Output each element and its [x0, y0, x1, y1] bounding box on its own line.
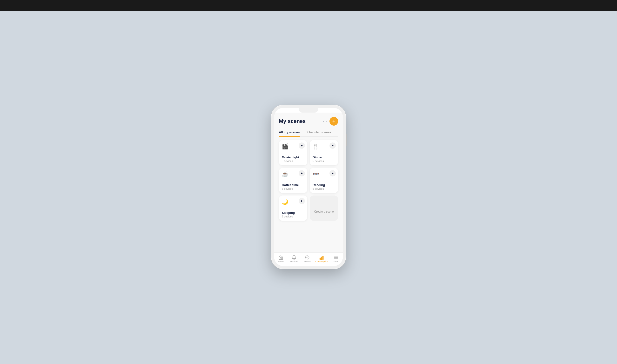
nav-consumption-label: Consumption	[316, 260, 328, 263]
tab-all-scenes[interactable]: All my scenes	[279, 129, 300, 136]
reading-name: Reading	[313, 183, 335, 187]
dinner-devices: 5 devices	[313, 160, 335, 162]
header-actions: ··· +	[323, 117, 338, 126]
create-scene-label: Create a scene	[314, 210, 334, 213]
sleeping-devices: 5 devices	[282, 215, 304, 218]
more-options-button[interactable]: ···	[323, 119, 327, 123]
nav-home[interactable]: Home	[275, 255, 286, 263]
svg-marker-2	[301, 172, 303, 174]
play-movie-night-button[interactable]	[299, 143, 305, 149]
add-scene-button[interactable]: +	[330, 117, 338, 126]
page-title: My scenes	[279, 118, 306, 124]
scenes-grid: 🎬 Movie night 5 devices 🍴 Dinner 5 devic…	[279, 140, 338, 224]
movie-night-devices: 5 devices	[282, 160, 304, 162]
bottom-nav: Home Devices Scenes	[274, 252, 343, 266]
svg-rect-9	[323, 256, 323, 259]
svg-point-5	[306, 256, 309, 259]
movie-night-name: Movie night	[282, 156, 304, 159]
tabs-bar: All my scenes Scheduled scenes	[279, 129, 338, 137]
nav-consumption[interactable]: Consumption	[316, 255, 328, 263]
phone-screen: My scenes ··· + All my scenes Scheduled …	[274, 108, 343, 266]
svg-point-6	[307, 257, 308, 258]
coffee-time-devices: 5 devices	[282, 187, 304, 190]
nav-devices[interactable]: Devices	[289, 255, 299, 263]
app-content: My scenes ··· + All my scenes Scheduled …	[274, 113, 343, 252]
svg-marker-1	[332, 145, 334, 147]
scene-card-sleeping[interactable]: 🌙 Sleeping 5 devices	[279, 195, 307, 221]
coffee-time-name: Coffee time	[282, 183, 304, 187]
nav-menu[interactable]: Menu	[331, 255, 342, 263]
scene-card-reading[interactable]: 👓 Reading 5 devices	[310, 168, 338, 193]
dinner-name: Dinner	[313, 156, 335, 159]
reading-devices: 5 devices	[313, 187, 335, 190]
phone-frame: My scenes ··· + All my scenes Scheduled …	[271, 105, 346, 269]
play-coffee-time-button[interactable]	[299, 170, 305, 176]
scene-card-coffee-time[interactable]: ☕ Coffee time 5 devices	[279, 168, 307, 193]
svg-rect-7	[320, 258, 321, 259]
play-sleeping-button[interactable]	[299, 198, 305, 204]
tab-scheduled-scenes[interactable]: Scheduled scenes	[306, 129, 331, 136]
scene-card-movie-night[interactable]: 🎬 Movie night 5 devices	[279, 140, 307, 165]
sleeping-name: Sleeping	[282, 211, 304, 215]
svg-rect-8	[321, 257, 322, 259]
nav-home-label: Home	[278, 260, 284, 263]
play-reading-button[interactable]	[330, 170, 336, 176]
nav-devices-label: Devices	[290, 260, 298, 263]
nav-scenes-label: Scenes	[304, 260, 311, 263]
nav-scenes[interactable]: Scenes	[302, 255, 313, 263]
create-scene-card[interactable]: + Create a scene	[310, 195, 338, 221]
svg-marker-4	[301, 200, 303, 202]
svg-marker-3	[332, 172, 334, 174]
header: My scenes ··· +	[279, 113, 338, 129]
notch	[299, 108, 318, 113]
create-plus-icon: +	[322, 203, 326, 209]
nav-menu-label: Menu	[334, 260, 339, 263]
scene-card-dinner[interactable]: 🍴 Dinner 5 devices	[310, 140, 338, 165]
svg-marker-0	[301, 145, 303, 147]
play-dinner-button[interactable]	[330, 143, 336, 149]
